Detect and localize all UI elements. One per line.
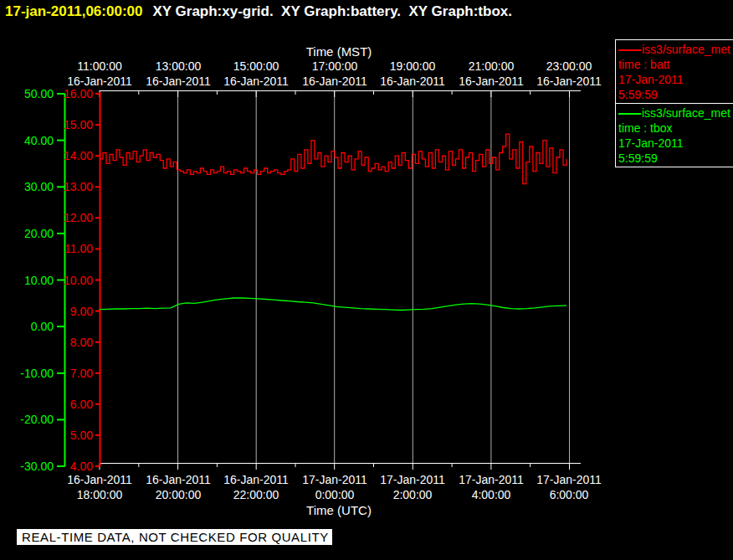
legend-entry-tbox: iss3/surface_met time : tbox 17-Jan-2011… — [616, 104, 733, 167]
red-y-tick-label: 16.00 — [0, 87, 93, 100]
red-y-tick-label: 13.00 — [0, 180, 93, 193]
legend-panel: iss3/surface_met time : batt 17-Jan-2011… — [615, 39, 733, 167]
status-bar: REAL-TIME DATA, NOT CHECKED FOR QUALITY — [17, 529, 332, 545]
legend-source-line: iss3/surface_met — [618, 42, 733, 57]
legend-time: 5:59:59 — [618, 87, 733, 102]
top-axis-title: Time (MST) — [272, 44, 406, 59]
tbox-trace — [100, 298, 566, 311]
title-graph-list: XY Graph:xy-grid. XY Graph:battery. XY G… — [152, 3, 512, 19]
bottom-axis-title: Time (UTC) — [272, 503, 406, 517]
legend-source-line: iss3/surface_met — [618, 105, 733, 121]
tbox-line-sample-icon — [618, 113, 641, 115]
red-y-tick-label: 6.00 — [0, 398, 93, 411]
red-y-tick-label: 10.00 — [0, 274, 93, 287]
legend-entry-batt: iss3/surface_met time : batt 17-Jan-2011… — [616, 40, 733, 104]
legend-source: iss3/surface_met — [642, 106, 730, 120]
top-axis-time-label: 23:00:00 — [523, 59, 615, 73]
legend-date: 17-Jan-2011 — [618, 136, 733, 151]
bottom-axis-time-label: 6:00:00 — [523, 488, 615, 501]
green-y-tick-label: -20.00 — [0, 413, 54, 426]
red-y-tick-label: 5.00 — [0, 429, 93, 442]
green-y-tick-label: 0.00 — [0, 320, 54, 333]
legend-field: time : tbox — [618, 121, 733, 136]
top-axis-date-label: 16-Jan-2011 — [523, 74, 615, 88]
window-title: 17-jan-2011,06:00:00XY Graph:xy-grid. XY… — [5, 3, 512, 20]
red-y-tick-label: 15.00 — [0, 118, 93, 131]
red-y-tick-label: 7.00 — [0, 367, 93, 380]
red-y-tick-label: 11.00 — [0, 242, 93, 255]
red-y-tick-label: 4.00 — [0, 460, 93, 473]
legend-source: iss3/surface_met — [642, 43, 730, 56]
green-y-tick-label: 40.00 — [0, 134, 54, 147]
legend-time: 5:59:59 — [618, 151, 733, 166]
red-y-tick-label: 14.00 — [0, 149, 93, 162]
red-y-tick-label: 8.00 — [0, 336, 93, 349]
legend-date: 17-Jan-2011 — [618, 72, 733, 87]
batt-trace — [100, 134, 566, 183]
green-y-tick-label: 20.00 — [0, 227, 54, 240]
red-y-tick-label: 12.00 — [0, 211, 93, 224]
red-y-tick-label: 9.00 — [0, 305, 93, 318]
legend-field: time : batt — [618, 57, 733, 72]
bottom-axis-date-label: 17-Jan-2011 — [523, 473, 615, 486]
title-datetime: 17-jan-2011,06:00:00 — [5, 3, 142, 19]
batt-line-sample-icon — [618, 49, 641, 51]
